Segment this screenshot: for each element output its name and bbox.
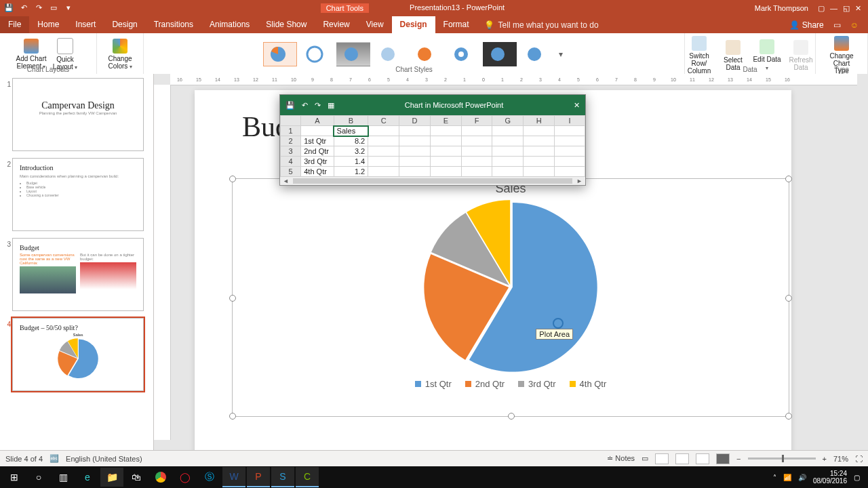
legend-item[interactable]: 3rd Qtr <box>518 379 555 389</box>
system-tray[interactable]: ˄ 📶 🔊 15:2408/09/2016 ▢ <box>768 470 865 485</box>
chrome-icon[interactable] <box>149 468 172 487</box>
cortana-button[interactable]: ○ <box>27 468 50 487</box>
clock-time[interactable]: 15:24 <box>813 470 847 477</box>
comments-button[interactable]: ▭ <box>642 454 648 463</box>
tab-insert[interactable]: Insert <box>67 16 104 33</box>
svg-point-7 <box>491 47 505 61</box>
start-button[interactable]: ⊞ <box>3 468 26 487</box>
maximize-icon[interactable]: ◱ <box>843 4 850 13</box>
close-icon[interactable]: ✕ <box>855 4 861 13</box>
more-icon[interactable]: ▾ <box>64 3 73 13</box>
tab-chart-format[interactable]: Format <box>435 16 477 33</box>
legend-item[interactable]: 2nd Qtr <box>465 379 505 389</box>
windows-taskbar[interactable]: ⊞ ○ ▥ e 📁 🛍 ◯ Ⓢ W P S C ˄ 📶 🔊 15:2408/09… <box>0 466 868 488</box>
svg-point-2 <box>344 47 358 61</box>
chart-style-5[interactable] <box>410 42 443 66</box>
minimize-icon[interactable]: — <box>830 4 837 13</box>
edit-data-icon <box>760 39 774 54</box>
slide-thumb-4[interactable]: Budget – 50/50 split? Sales <box>12 318 144 391</box>
data-grid[interactable]: ABCDEFGHI1Sales21st Qtr8.232nd Qtr3.243r… <box>280 115 585 177</box>
skype-icon[interactable]: Ⓢ <box>198 468 221 487</box>
slide-thumb-3[interactable]: Budget Some campervan conversions cost t… <box>12 238 144 311</box>
vertical-ruler <box>154 85 171 440</box>
clock-date[interactable]: 08/09/2016 <box>813 477 847 485</box>
snagit-icon[interactable]: S <box>271 467 294 487</box>
spellcheck-icon[interactable]: 🔤 <box>50 454 59 463</box>
sorter-view-button[interactable] <box>675 453 689 464</box>
excel-redo-icon[interactable]: ↷ <box>315 101 321 110</box>
tell-me[interactable]: 💡Tell me what you want to do <box>477 16 781 33</box>
zoom-out-button[interactable]: − <box>736 455 741 463</box>
task-view-button[interactable]: ▥ <box>52 468 75 487</box>
chart-data-window[interactable]: 💾 ↶ ↷ ▦ Chart in Microsoft PowerPoint ✕ … <box>279 94 586 186</box>
store-icon[interactable]: 🛍 <box>125 468 148 487</box>
chart-object[interactable]: Sales Plot Area 1st Qtr2nd Qtr3rd Qtr4th… <box>232 178 789 417</box>
tab-file[interactable]: File <box>0 16 29 33</box>
user-name[interactable]: Mark Thompson <box>755 4 808 12</box>
data-group-label: Data <box>685 66 815 74</box>
chart-tools-label: Chart Tools <box>321 3 369 13</box>
redo-icon[interactable]: ↷ <box>34 3 43 13</box>
volume-icon[interactable]: 🔊 <box>798 474 806 481</box>
zoom-level[interactable]: 71% <box>833 455 848 463</box>
legend-item[interactable]: 4th Qtr <box>570 379 607 389</box>
slide-editor[interactable]: 1615141312111098765432101234567891011121… <box>154 74 868 451</box>
edge-icon[interactable]: e <box>76 468 99 487</box>
slide-counter[interactable]: Slide 4 of 4 <box>5 455 43 463</box>
chart-style-3[interactable] <box>336 42 370 66</box>
chart-style-4[interactable] <box>373 42 407 66</box>
tab-design[interactable]: Design <box>104 16 145 33</box>
network-icon[interactable]: 📶 <box>783 474 791 481</box>
document-title: Presentation13 - PowerPoint <box>410 3 505 13</box>
tab-animations[interactable]: Animations <box>201 16 258 33</box>
pie-plot-area[interactable]: Plot Area <box>422 199 599 375</box>
undo-icon[interactable]: ↶ <box>19 3 28 13</box>
excel-close-icon[interactable]: ✕ <box>574 101 580 110</box>
fit-window-button[interactable]: ⛶ <box>855 455 863 463</box>
tab-review[interactable]: Review <box>315 16 357 33</box>
tab-home[interactable]: Home <box>29 16 67 33</box>
slide-thumb-1[interactable]: Campervan DesignPlanning the perfect fam… <box>12 78 144 151</box>
tab-chart-design[interactable]: Design <box>392 16 435 33</box>
explorer-icon[interactable]: 📁 <box>100 468 123 487</box>
action-center-icon[interactable]: ▢ <box>854 474 860 481</box>
opera-icon[interactable]: ◯ <box>174 468 197 487</box>
chart-element-icon <box>24 39 39 54</box>
notes-button[interactable]: ≐ Notes <box>607 454 635 463</box>
powerpoint-icon[interactable]: P <box>247 467 270 487</box>
chart-style-8[interactable] <box>519 42 553 66</box>
excel-sheet-icon[interactable]: ▦ <box>328 101 334 110</box>
zoom-slider[interactable] <box>748 458 816 460</box>
smiley-icon[interactable]: ☺ <box>850 20 859 30</box>
svg-point-3 <box>381 47 395 61</box>
zoom-in-button[interactable]: + <box>823 455 827 463</box>
tray-up-icon[interactable]: ˄ <box>773 474 776 481</box>
slide-thumbnail-panel[interactable]: 1 Campervan DesignPlanning the perfect f… <box>0 74 154 451</box>
chart-style-2[interactable] <box>300 42 334 66</box>
chart-legend[interactable]: 1st Qtr2nd Qtr3rd Qtr4th Qtr <box>233 379 789 389</box>
comments-icon[interactable]: ▭ <box>833 20 841 30</box>
word-icon[interactable]: W <box>222 467 245 487</box>
slide-thumb-2[interactable]: Introduction Main considerations when pl… <box>12 158 144 231</box>
normal-view-button[interactable] <box>655 453 669 464</box>
gallery-more-icon[interactable]: ▾ <box>556 49 566 59</box>
tab-view[interactable]: View <box>358 16 392 33</box>
tab-transitions[interactable]: Transitions <box>146 16 201 33</box>
legend-item[interactable]: 1st Qtr <box>415 379 452 389</box>
ribbon-options-icon[interactable]: ▢ <box>818 4 825 13</box>
excel-save-icon[interactable]: 💾 <box>285 101 295 110</box>
tab-slideshow[interactable]: Slide Show <box>258 16 315 33</box>
excel-scrollbar[interactable]: ◄► <box>280 177 585 185</box>
slide-canvas[interactable]: Budget – 50/50 split? Sales Plot Area 1s… <box>195 90 791 451</box>
camtasia-icon[interactable]: C <box>296 467 319 487</box>
reading-view-button[interactable] <box>696 453 709 464</box>
chart-style-1[interactable] <box>263 42 297 66</box>
chart-style-6[interactable] <box>446 42 480 66</box>
chart-style-7[interactable] <box>483 42 517 66</box>
save-icon[interactable]: 💾 <box>4 3 14 13</box>
share-button[interactable]: 👤 Share <box>789 20 823 30</box>
excel-undo-icon[interactable]: ↶ <box>302 101 308 110</box>
language-status[interactable]: English (United States) <box>66 455 142 463</box>
slideshow-view-button[interactable] <box>716 453 730 464</box>
start-show-icon[interactable]: ▭ <box>49 3 58 13</box>
